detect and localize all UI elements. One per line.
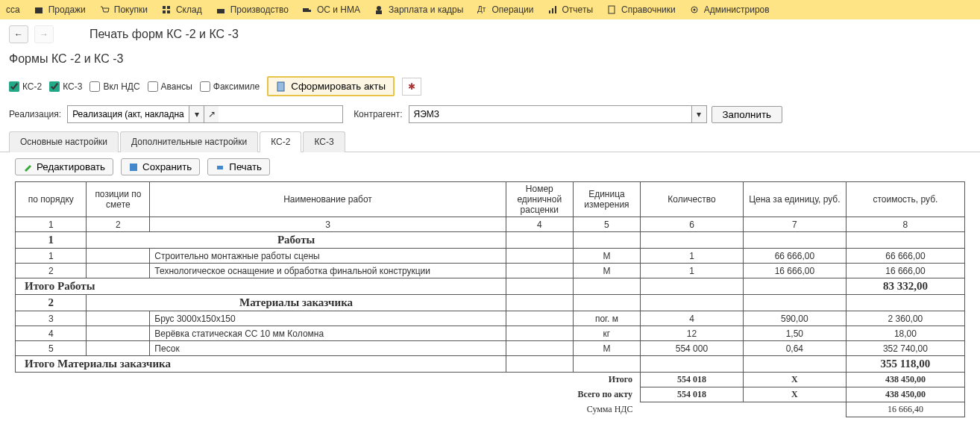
check-advance[interactable]: Авансы [148, 81, 192, 92]
svg-rect-4 [167, 10, 170, 13]
check-ks2[interactable]: КС-2 [9, 81, 42, 92]
toolbar-actions: Редактировать Сохранить Печать [0, 152, 980, 181]
menu-salary[interactable]: Зарплата и кадры [374, 4, 463, 15]
menu-purchases[interactable]: Покупки [99, 4, 148, 15]
svg-rect-7 [309, 10, 311, 12]
counterparty-label: Контрагент: [354, 109, 402, 119]
check-fax[interactable]: Факсимиле [200, 81, 260, 92]
svg-rect-0 [35, 7, 43, 13]
menu-admin[interactable]: Администриров [689, 4, 770, 15]
section-works-total: Итого Работы83 332,00 [16, 278, 965, 295]
page-title: Печать форм КС -2 и КС -3 [89, 28, 239, 41]
footer-total: Итого554 018X438 450,00 [16, 373, 965, 387]
svg-rect-14 [609, 6, 615, 13]
table-colnums: 12345678 [16, 217, 965, 232]
tabs: Основные настройки Дополнительные настро… [0, 131, 980, 152]
section-materials-total: Итого Материалы заказчика355 118,00 [16, 356, 965, 373]
breadcrumb: ← → Печать форм КС -2 и КС -3 [0, 19, 980, 49]
grid-icon [161, 4, 172, 15]
footer-vat: Сумма НДС16 666,40 [16, 402, 965, 417]
menu-operations[interactable]: ДтОперации [477, 4, 533, 15]
ks2-table-wrap: по порядкупозиции по сметеНаименование р… [0, 181, 980, 417]
ks2-table: по порядкупозиции по сметеНаименование р… [15, 181, 965, 417]
form-acts-button[interactable]: Сформировать акты [267, 76, 395, 96]
operations-icon: Дт [477, 4, 487, 15]
menu-refs[interactable]: Справочники [606, 4, 676, 15]
top-menu: сса Продажи Покупки Склад Производство О… [0, 0, 980, 19]
counterparty-input[interactable] [409, 106, 692, 122]
page-subtitle: Формы КС -2 и КС -3 [0, 49, 980, 72]
svg-rect-2 [167, 6, 170, 9]
disk-icon [129, 163, 138, 172]
edit-button[interactable]: Редактировать [15, 158, 113, 175]
table-row: 3Брус 3000х150х150пог. м4590,002 360,00 [16, 311, 965, 326]
tab-extra[interactable]: Дополнительные настройки [120, 131, 258, 152]
svg-rect-18 [130, 164, 137, 171]
counterparty-combo[interactable]: ▾ [409, 105, 707, 123]
person-icon [374, 4, 384, 15]
tab-main[interactable]: Основные настройки [9, 131, 119, 152]
tab-ks2[interactable]: КС-2 [260, 131, 301, 152]
svg-point-16 [693, 9, 695, 11]
chart-icon [547, 4, 558, 15]
pencil-icon [23, 163, 32, 172]
realization-combo[interactable]: ▾ ↗ [67, 105, 343, 123]
gear-icon [689, 4, 700, 15]
book-icon [606, 4, 617, 15]
counterparty-dropdown[interactable]: ▾ [691, 106, 706, 122]
document-icon [276, 81, 286, 92]
forward-button[interactable]: → [34, 25, 54, 43]
svg-rect-19 [217, 166, 223, 169]
table-row: 1Строительно монтажные работы сценыМ166 … [16, 249, 965, 264]
svg-rect-17 [277, 82, 284, 91]
table-row: 5ПесокМ554 0000,64352 740,00 [16, 341, 965, 356]
realization-label: Реализация: [9, 109, 61, 119]
footer-act: Всего по акту554 018X438 450,00 [16, 387, 965, 402]
save-button[interactable]: Сохранить [121, 158, 200, 175]
realization-open[interactable]: ↗ [204, 106, 219, 122]
svg-rect-6 [303, 8, 309, 12]
table-row: 2Технологическое оснащение и обработка ф… [16, 264, 965, 278]
toolbar-fields: Реализация: ▾ ↗ Контрагент: ▾ Заполнить [0, 101, 980, 128]
menu-sales[interactable]: Продажи [34, 4, 86, 15]
check-vat[interactable]: Вкл НДС [89, 81, 139, 92]
printer-icon [216, 163, 224, 172]
sales-icon [34, 4, 44, 15]
settings-button[interactable]: ✱ [402, 78, 421, 96]
cart-icon [99, 4, 110, 15]
realization-input[interactable] [68, 106, 189, 122]
factory-icon [216, 4, 226, 15]
svg-point-8 [377, 6, 381, 10]
svg-rect-5 [217, 9, 224, 13]
check-ks3[interactable]: КС-3 [49, 81, 82, 92]
table-header: по порядкупозиции по сметеНаименование р… [16, 182, 965, 217]
svg-rect-12 [552, 8, 553, 13]
tab-ks3[interactable]: КС-3 [303, 131, 345, 152]
menu-warehouse[interactable]: Склад [161, 4, 202, 15]
print-button[interactable]: Печать [207, 158, 270, 175]
svg-rect-9 [376, 10, 382, 14]
realization-dropdown[interactable]: ▾ [189, 106, 204, 122]
section-materials: 2Материалы заказчика [16, 295, 965, 311]
table-row: 4Верёвка статическая СС 10 мм Коломнакг1… [16, 326, 965, 341]
section-works: 1Работы [16, 232, 965, 249]
menu-reports[interactable]: Отчеты [547, 4, 593, 15]
menu-production[interactable]: Производство [216, 4, 289, 15]
menu-cash[interactable]: сса [6, 4, 20, 15]
truck-icon [302, 4, 312, 15]
toolbar-checks: КС-2 КС-3 Вкл НДС Авансы Факсимиле Сформ… [0, 72, 980, 101]
back-button[interactable]: ← [9, 25, 28, 43]
fill-button[interactable]: Заполнить [712, 106, 782, 123]
svg-rect-13 [555, 6, 556, 13]
settings-icon: ✱ [408, 81, 415, 92]
svg-rect-1 [163, 6, 166, 9]
menu-assets[interactable]: ОС и НМА [302, 4, 360, 15]
svg-rect-11 [549, 10, 550, 13]
svg-rect-3 [163, 10, 166, 13]
svg-text:Дт: Дт [477, 5, 486, 13]
